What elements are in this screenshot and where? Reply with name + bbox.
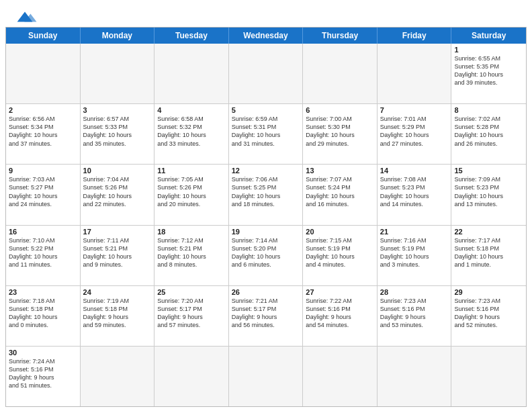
cell-info: Sunrise: 7:05 AM Sunset: 5:26 PM Dayligh…: [157, 175, 226, 208]
day-number: 30: [9, 349, 77, 357]
day-number: 8: [454, 106, 523, 114]
weekday-header-friday: Friday: [378, 28, 452, 44]
weekday-header-wednesday: Wednesday: [229, 28, 304, 44]
calendar-cell: 16Sunrise: 7:10 AM Sunset: 5:22 PM Dayli…: [6, 226, 81, 285]
calendar-row-5: 30Sunrise: 7:24 AM Sunset: 5:16 PM Dayli…: [6, 346, 526, 406]
cell-info: Sunrise: 7:03 AM Sunset: 5:27 PM Dayligh…: [9, 175, 77, 208]
calendar-cell: 25Sunrise: 7:20 AM Sunset: 5:17 PM Dayli…: [154, 286, 229, 346]
calendar-cell: 4Sunrise: 6:58 AM Sunset: 5:32 PM Daylig…: [154, 104, 229, 164]
day-number: 16: [9, 228, 77, 236]
cell-info: Sunrise: 6:56 AM Sunset: 5:34 PM Dayligh…: [9, 115, 77, 148]
day-number: 29: [454, 288, 523, 296]
calendar: SundayMondayTuesdayWednesdayThursdayFrid…: [5, 27, 527, 407]
calendar-cell: 23Sunrise: 7:18 AM Sunset: 5:18 PM Dayli…: [6, 286, 81, 346]
calendar-cell: [378, 347, 452, 406]
calendar-cell: 17Sunrise: 7:11 AM Sunset: 5:21 PM Dayli…: [81, 226, 155, 285]
header: [0, 0, 532, 27]
calendar-cell: [154, 44, 229, 103]
calendar-cell: 20Sunrise: 7:15 AM Sunset: 5:19 PM Dayli…: [303, 226, 378, 285]
day-number: 28: [380, 288, 449, 296]
calendar-cell: 12Sunrise: 7:06 AM Sunset: 5:25 PM Dayli…: [229, 165, 304, 224]
cell-info: Sunrise: 7:20 AM Sunset: 5:17 PM Dayligh…: [157, 297, 226, 330]
day-number: 22: [454, 228, 523, 236]
calendar-cell: [303, 44, 378, 103]
calendar-row-3: 16Sunrise: 7:10 AM Sunset: 5:22 PM Dayli…: [6, 225, 526, 285]
cell-info: Sunrise: 7:22 AM Sunset: 5:16 PM Dayligh…: [306, 297, 374, 330]
calendar-row-1: 2Sunrise: 6:56 AM Sunset: 5:34 PM Daylig…: [6, 103, 526, 164]
cell-info: Sunrise: 7:07 AM Sunset: 5:24 PM Dayligh…: [306, 175, 374, 208]
day-number: 17: [83, 228, 152, 236]
cell-info: Sunrise: 7:08 AM Sunset: 5:23 PM Dayligh…: [380, 175, 449, 208]
calendar-cell: 22Sunrise: 7:17 AM Sunset: 5:18 PM Dayli…: [451, 226, 526, 285]
calendar-cell: [451, 347, 526, 406]
cell-info: Sunrise: 7:02 AM Sunset: 5:28 PM Dayligh…: [454, 115, 523, 148]
calendar-cell: 10Sunrise: 7:04 AM Sunset: 5:26 PM Dayli…: [81, 165, 155, 224]
calendar-cell: 28Sunrise: 7:23 AM Sunset: 5:16 PM Dayli…: [378, 286, 452, 346]
cell-info: Sunrise: 7:23 AM Sunset: 5:16 PM Dayligh…: [380, 297, 449, 330]
day-number: 27: [306, 288, 374, 296]
day-number: 23: [9, 288, 77, 296]
day-number: 25: [157, 288, 226, 296]
logo-icon: [12, 9, 38, 24]
cell-info: Sunrise: 7:19 AM Sunset: 5:18 PM Dayligh…: [83, 297, 152, 330]
cell-info: Sunrise: 7:12 AM Sunset: 5:21 PM Dayligh…: [157, 236, 226, 269]
page: SundayMondayTuesdayWednesdayThursdayFrid…: [0, 0, 532, 411]
calendar-cell: [229, 347, 304, 406]
calendar-cell: 3Sunrise: 6:57 AM Sunset: 5:33 PM Daylig…: [81, 104, 155, 164]
calendar-cell: 27Sunrise: 7:22 AM Sunset: 5:16 PM Dayli…: [303, 286, 378, 346]
calendar-cell: 29Sunrise: 7:23 AM Sunset: 5:16 PM Dayli…: [451, 286, 526, 346]
calendar-cell: [154, 347, 229, 406]
calendar-row-0: 1Sunrise: 6:55 AM Sunset: 5:35 PM Daylig…: [6, 44, 526, 103]
day-number: 24: [83, 288, 152, 296]
cell-info: Sunrise: 7:10 AM Sunset: 5:22 PM Dayligh…: [9, 236, 77, 269]
day-number: 14: [380, 167, 449, 175]
calendar-cell: 21Sunrise: 7:16 AM Sunset: 5:19 PM Dayli…: [378, 226, 452, 285]
cell-info: Sunrise: 7:00 AM Sunset: 5:30 PM Dayligh…: [306, 115, 374, 148]
day-number: 1: [454, 46, 523, 54]
calendar-row-2: 9Sunrise: 7:03 AM Sunset: 5:27 PM Daylig…: [6, 164, 526, 224]
day-number: 7: [380, 106, 449, 114]
cell-info: Sunrise: 6:57 AM Sunset: 5:33 PM Dayligh…: [83, 115, 152, 148]
weekday-header-saturday: Saturday: [451, 28, 526, 44]
cell-info: Sunrise: 7:17 AM Sunset: 5:18 PM Dayligh…: [454, 236, 523, 269]
calendar-cell: [81, 347, 155, 406]
cell-info: Sunrise: 7:18 AM Sunset: 5:18 PM Dayligh…: [9, 297, 77, 330]
cell-info: Sunrise: 7:15 AM Sunset: 5:19 PM Dayligh…: [306, 236, 374, 269]
logo: [12, 8, 38, 24]
calendar-header-row: SundayMondayTuesdayWednesdayThursdayFrid…: [6, 28, 526, 44]
cell-info: Sunrise: 7:24 AM Sunset: 5:16 PM Dayligh…: [9, 357, 77, 390]
calendar-cell: 26Sunrise: 7:21 AM Sunset: 5:17 PM Dayli…: [229, 286, 304, 346]
calendar-cell: 30Sunrise: 7:24 AM Sunset: 5:16 PM Dayli…: [6, 347, 81, 406]
calendar-cell: [81, 44, 155, 103]
cell-info: Sunrise: 7:11 AM Sunset: 5:21 PM Dayligh…: [83, 236, 152, 269]
day-number: 6: [306, 106, 374, 114]
day-number: 12: [232, 167, 300, 175]
calendar-cell: 11Sunrise: 7:05 AM Sunset: 5:26 PM Dayli…: [154, 165, 229, 224]
calendar-cell: 19Sunrise: 7:14 AM Sunset: 5:20 PM Dayli…: [229, 226, 304, 285]
calendar-cell: [303, 347, 378, 406]
weekday-header-tuesday: Tuesday: [154, 28, 229, 44]
cell-info: Sunrise: 7:06 AM Sunset: 5:25 PM Dayligh…: [232, 175, 300, 208]
day-number: 20: [306, 228, 374, 236]
calendar-cell: [229, 44, 304, 103]
calendar-cell: 6Sunrise: 7:00 AM Sunset: 5:30 PM Daylig…: [303, 104, 378, 164]
calendar-cell: 5Sunrise: 6:59 AM Sunset: 5:31 PM Daylig…: [229, 104, 304, 164]
weekday-header-monday: Monday: [81, 28, 155, 44]
day-number: 10: [83, 167, 152, 175]
day-number: 26: [232, 288, 300, 296]
calendar-cell: [378, 44, 452, 103]
cell-info: Sunrise: 6:58 AM Sunset: 5:32 PM Dayligh…: [157, 115, 226, 148]
cell-info: Sunrise: 7:21 AM Sunset: 5:17 PM Dayligh…: [232, 297, 300, 330]
calendar-row-4: 23Sunrise: 7:18 AM Sunset: 5:18 PM Dayli…: [6, 285, 526, 346]
weekday-header-thursday: Thursday: [303, 28, 378, 44]
day-number: 18: [157, 228, 226, 236]
cell-info: Sunrise: 7:04 AM Sunset: 5:26 PM Dayligh…: [83, 175, 152, 208]
calendar-cell: 7Sunrise: 7:01 AM Sunset: 5:29 PM Daylig…: [378, 104, 452, 164]
calendar-cell: 18Sunrise: 7:12 AM Sunset: 5:21 PM Dayli…: [154, 226, 229, 285]
day-number: 13: [306, 167, 374, 175]
day-number: 3: [83, 106, 152, 114]
calendar-cell: 9Sunrise: 7:03 AM Sunset: 5:27 PM Daylig…: [6, 165, 81, 224]
day-number: 11: [157, 167, 226, 175]
calendar-cell: 14Sunrise: 7:08 AM Sunset: 5:23 PM Dayli…: [378, 165, 452, 224]
calendar-body: 1Sunrise: 6:55 AM Sunset: 5:35 PM Daylig…: [6, 44, 526, 406]
